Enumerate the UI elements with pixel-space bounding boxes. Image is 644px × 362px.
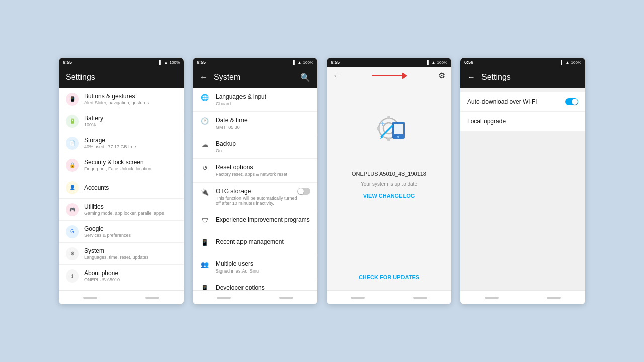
status-icons-4: ▌ ▲ 100% — [561, 60, 581, 65]
settings-item-google[interactable]: G Google Services & preferences — [59, 221, 184, 243]
system-item-multiuser[interactable]: 👥 Multiple users Signed in as Adi Sinu — [193, 255, 317, 279]
system-subtitle: Languages, time, reset, updates — [84, 255, 177, 260]
system-item-reset[interactable]: ↺ Reset options Factory reset, apps & ne… — [193, 159, 317, 183]
settings-item-buttons[interactable]: 📳 Buttons & gestures Alert Slider, navig… — [59, 88, 184, 110]
auto-download-item[interactable]: Auto-download over Wi-Fi — [460, 92, 585, 111]
storage-text: Storage 40% used · 77.17 GB free — [84, 137, 177, 149]
settings-item-security[interactable]: 🔒 Security & lock screen Fingerprint, Fa… — [59, 154, 184, 176]
system-item-recent[interactable]: 📱 Recent app management — [193, 233, 317, 255]
system-title: System — [84, 247, 177, 254]
datetime-icon: 🕐 — [200, 117, 210, 125]
nav-bar-3 — [327, 290, 451, 304]
signal-icon-1: ▌ — [159, 60, 163, 65]
changelog-button[interactable]: VIEW CHANGELOG — [359, 189, 419, 203]
app-header-1: Settings — [59, 67, 184, 88]
back-arrow-4[interactable]: ← — [467, 73, 475, 82]
back-arrow-3[interactable]: ← — [333, 71, 341, 80]
otg-subtitle: This function will be automatically turn… — [216, 196, 297, 206]
language-text: Languages & input Gboard — [216, 93, 310, 106]
svg-text:+: + — [380, 119, 385, 128]
status-time-3: 6:55 — [331, 60, 340, 65]
nav-home-3[interactable] — [413, 297, 427, 299]
settings-item-system[interactable]: ⚙ System Languages, time, reset, updates — [59, 243, 184, 265]
nav-home-2[interactable] — [279, 297, 293, 299]
reset-text: Reset options Factory reset, apps & netw… — [216, 164, 310, 177]
svg-rect-3 — [387, 138, 390, 141]
status-icons-3: ▌ ▲ 100% — [427, 60, 447, 65]
battery-3: 100% — [437, 60, 447, 65]
system-item-developer[interactable]: 📱 Developer options — [193, 279, 317, 290]
security-subtitle: Fingerprint, Face Unlock, location — [84, 166, 177, 171]
backup-subtitle: On — [216, 148, 310, 153]
datetime-text: Date & time GMT+05:30 — [216, 117, 310, 130]
otg-toggle[interactable] — [297, 188, 310, 195]
battery-2: 100% — [303, 60, 313, 65]
phone-screen-3: 6:55 ▌ ▲ 100% ← ⚙ — [327, 58, 451, 304]
battery-4: 100% — [571, 60, 581, 65]
check-updates-button[interactable]: CHECK FOR UPDATES — [354, 269, 424, 290]
local-upgrade-item[interactable]: Local upgrade — [460, 112, 585, 131]
settings-item-storage[interactable]: 📄 Storage 40% used · 77.17 GB free — [59, 132, 184, 154]
svg-rect-5 — [377, 127, 380, 130]
system-item-language[interactable]: 🌐 Languages & input Gboard — [193, 88, 317, 112]
security-title: Security & lock screen — [84, 159, 177, 166]
language-subtitle: Gboard — [216, 101, 310, 106]
auto-download-label: Auto-download over Wi-Fi — [467, 98, 537, 105]
about-icon: ℹ — [66, 269, 79, 283]
language-icon: 🌐 — [200, 94, 210, 101]
back-arrow-2[interactable]: ← — [200, 73, 208, 82]
system-item-experience[interactable]: 🛡 Experience improvement programs — [193, 211, 317, 233]
recent-text: Recent app management — [216, 238, 310, 245]
settings-item-utilities[interactable]: 🎮 Utilities Gaming mode, app locker, par… — [59, 199, 184, 221]
nav-back-2[interactable] — [217, 297, 231, 299]
svg-point-8 — [397, 136, 399, 138]
settings-item-accounts[interactable]: 👤 Accounts — [59, 176, 184, 199]
nav-bar-2 — [193, 290, 317, 304]
experience-icon: 🛡 — [200, 217, 210, 224]
multiuser-text: Multiple users Signed in as Adi Sinu — [216, 260, 310, 274]
phone-screen-4: 6:56 ▌ ▲ 100% ← Settings Auto-download o… — [460, 58, 585, 304]
auto-download-toggle[interactable] — [565, 98, 578, 105]
storage-title: Storage — [84, 137, 177, 144]
nav-back-4[interactable] — [485, 297, 499, 299]
header-title-2: System — [214, 73, 240, 82]
nav-bar-1 — [59, 290, 184, 304]
nav-back-1[interactable] — [83, 297, 97, 299]
status-time-1: 6:55 — [63, 60, 72, 65]
system-item-backup[interactable]: ☁ Backup On — [193, 135, 317, 159]
battery-text: Battery 100% — [84, 115, 177, 127]
settings-item-battery[interactable]: 🔋 Battery 100% — [59, 110, 184, 132]
nav-home-4[interactable] — [547, 297, 561, 299]
status-bar-4: 6:56 ▌ ▲ 100% — [460, 58, 585, 67]
storage-icon: 📄 — [66, 137, 79, 150]
security-icon: 🔒 — [66, 159, 79, 172]
signal-icon-2: ▌ — [293, 60, 296, 65]
phone-screen-1: 6:55 ▌ ▲ 100% Settings 📳 Buttons & gestu… — [59, 58, 184, 304]
multiuser-subtitle: Signed in as Adi Sinu — [216, 268, 310, 274]
system-text: System Languages, time, reset, updates — [84, 247, 177, 260]
update-screen: + ONEPLUS A5010_43_190118 Your system is… — [327, 84, 451, 290]
backup-text: Backup On — [216, 140, 310, 153]
buttons-subtitle: Alert Slider, navigation, gestures — [84, 100, 177, 105]
app-header-2: ← System 🔍 — [193, 67, 317, 88]
signal-icon-3: ▌ — [427, 60, 430, 65]
datetime-title: Date & time — [216, 117, 310, 124]
status-time-4: 6:56 — [464, 60, 473, 65]
status-icons-2: ▌ ▲ 100% — [293, 60, 313, 65]
system-item-datetime[interactable]: 🕐 Date & time GMT+05:30 — [193, 112, 317, 135]
search-icon-2[interactable]: 🔍 — [300, 73, 310, 82]
storage-subtitle: 40% used · 77.17 GB free — [84, 144, 177, 149]
local-upgrade-label: Local upgrade — [467, 118, 506, 125]
gear-icon-3[interactable]: ⚙ — [438, 71, 445, 80]
signal-icon-4: ▌ — [561, 60, 564, 65]
red-arrow-head — [402, 72, 407, 79]
security-text: Security & lock screen Fingerprint, Face… — [84, 159, 177, 171]
developer-text: Developer options — [216, 284, 310, 290]
settings-item-about[interactable]: ℹ About phone ONEPLUS A5010 — [59, 265, 184, 287]
system-item-otg[interactable]: 🔌 OTG storage This function will be auto… — [193, 183, 317, 211]
nav-back-3[interactable] — [351, 297, 365, 299]
recent-title: Recent app management — [216, 238, 310, 245]
nav-home-1[interactable] — [145, 297, 159, 299]
settings-list-1: 📳 Buttons & gestures Alert Slider, navig… — [59, 88, 184, 290]
reset-title: Reset options — [216, 164, 310, 171]
